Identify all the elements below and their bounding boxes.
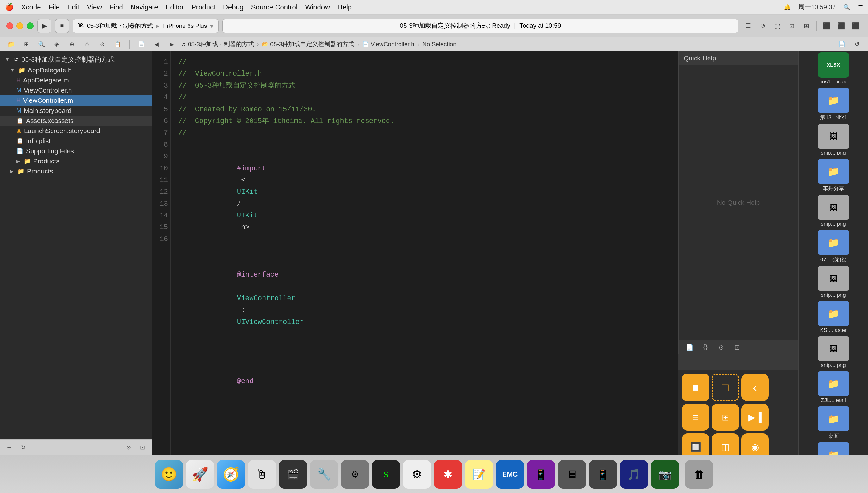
dock-app3[interactable]: 📱 <box>589 460 617 489</box>
stop-button[interactable]: ■ <box>55 19 69 33</box>
file-tree-root[interactable]: ▼ 🗂 05-3种加载自定义控制器的方式 <box>0 54 152 65</box>
commit-btn[interactable]: ⊕ <box>66 38 78 50</box>
menu-edit[interactable]: Edit <box>67 3 79 12</box>
obj-back-btn[interactable]: ‹ <box>742 374 769 401</box>
desktop-item-folder5[interactable]: 📁 ZJL....etail <box>799 370 868 405</box>
desktop-item-img4[interactable]: 🖼 snip....png <box>799 335 868 370</box>
dock-safari[interactable]: 🧭 <box>217 460 245 489</box>
breadcrumb-root[interactable]: 🗂 05-3种加载・制器的方式 <box>181 40 254 48</box>
menu-find[interactable]: Find <box>109 3 123 12</box>
navigator-toggle[interactable]: ☰ <box>742 20 754 32</box>
apple-menu[interactable]: 🍎 <box>5 3 14 12</box>
file-tree-group[interactable]: ▼ 📁 AppDelegate.h <box>0 65 152 75</box>
obj-toolbar-btn[interactable]: 🔲 <box>682 433 709 455</box>
menu-debug[interactable]: Debug <box>223 3 244 12</box>
menu-source-control[interactable]: Source Control <box>251 3 298 12</box>
dock-app1[interactable]: 📱 <box>527 460 555 489</box>
folder-icon-btn[interactable]: 📁 <box>5 38 17 50</box>
desktop-item-img3[interactable]: 🖼 snip....png <box>799 264 868 300</box>
desktop-item-folder3[interactable]: 📁 07....(优化) <box>799 229 868 264</box>
file-assets[interactable]: ◉ LaunchScreen.storyboard <box>0 126 152 136</box>
dock-app2[interactable]: 🖥 <box>558 460 586 489</box>
refresh-btn[interactable]: ↺ <box>851 38 863 50</box>
desktop-item-img1[interactable]: 🖼 snip....png <box>799 122 868 157</box>
dock-emc[interactable]: EMC <box>496 460 524 489</box>
obj-list-btn[interactable]: ≡ <box>682 404 709 431</box>
dock-mouse[interactable]: 🖱 <box>248 460 276 489</box>
file-main-storyboard[interactable]: 📋 Assets.xcassets <box>0 116 152 126</box>
hide-bottom[interactable]: ⬛ <box>835 20 847 32</box>
file-info-plist[interactable]: 📄 Supporting Files <box>0 146 152 156</box>
dock-app4[interactable]: 🎵 <box>620 460 648 489</box>
add-file-button[interactable]: ＋ <box>4 442 15 453</box>
dock-mindnode[interactable]: ✱ <box>434 460 462 489</box>
desktop-item-folder1[interactable]: 📁 第13...业准 <box>799 86 868 122</box>
menu-file[interactable]: File <box>48 3 59 12</box>
close-button[interactable] <box>6 22 13 29</box>
assistant-editor[interactable]: ⊡ <box>786 20 798 32</box>
breadcrumb-group[interactable]: 📂 05-3种加载自定义控制器的方式 <box>262 40 354 48</box>
obj-nav-btn[interactable]: ◫ <box>712 433 739 455</box>
qh-code-icon[interactable]: {} <box>700 341 711 353</box>
report-btn[interactable]: 📋 <box>112 38 123 50</box>
desktop-item-folder2[interactable]: 📁 车丹分享 <box>799 157 868 193</box>
add-editor-btn[interactable]: 📄 <box>836 38 848 50</box>
dock-instruments[interactable]: ⚙ <box>341 460 369 489</box>
minimize-button[interactable] <box>17 22 23 29</box>
history-btn[interactable]: ⊡ <box>137 442 148 453</box>
editor-file-icon[interactable]: 📄 <box>135 38 147 50</box>
desktop-item-img2[interactable]: 🖼 snip....png <box>799 193 868 229</box>
navigator-back[interactable]: ↺ <box>756 20 769 32</box>
breadcrumb-file[interactable]: 📄 ViewController.h <box>363 41 415 48</box>
menu-product[interactable]: Product <box>191 3 216 12</box>
dock-launchpad[interactable]: 🚀 <box>186 460 214 489</box>
breadcrumb-symbol[interactable]: No Selection <box>422 41 457 48</box>
file-appdelegate-h[interactable]: H AppDelegate.m <box>0 75 152 85</box>
obj-media-btn[interactable]: ▶▐ <box>742 404 769 431</box>
desktop-item-folder4[interactable]: 📁 KSI....aster <box>799 300 868 335</box>
file-supporting-files[interactable]: ▶ 📁 Products <box>0 156 152 166</box>
menu-window[interactable]: Window <box>305 3 330 12</box>
maximize-button[interactable] <box>26 22 34 29</box>
menu-navigate[interactable]: Navigate <box>130 3 158 12</box>
obj-view-btn[interactable]: ■ <box>682 374 709 401</box>
version-editor[interactable]: ⊞ <box>800 20 812 32</box>
desktop-item-cmd-folder[interactable]: 📁 命...件夹 <box>799 441 868 455</box>
desktop-item-desktop[interactable]: 📁 桌面 <box>799 405 868 441</box>
dock-app5[interactable]: 📷 <box>651 460 679 489</box>
qh-history-icon[interactable]: ⊡ <box>731 341 743 353</box>
search-btn[interactable]: 🔍 <box>36 38 47 50</box>
dock-trash[interactable]: 🗑 <box>685 460 713 489</box>
menu-view[interactable]: View <box>87 3 102 12</box>
desktop-item-xlsx[interactable]: XLSX ios1....xlsx <box>799 51 868 86</box>
menu-xcode[interactable]: Xcode <box>21 3 41 12</box>
file-products[interactable]: ▶ 📁 Products <box>0 166 152 176</box>
nav-back[interactable]: ◀ <box>150 38 163 50</box>
editor-content[interactable]: 1 2 3 4 5 6 7 8 9 10 11 12 13 14 <box>152 51 678 455</box>
file-launch-storyboard[interactable]: 📋 Info.plist <box>0 136 152 146</box>
qh-obj-icon[interactable]: ⊙ <box>715 341 727 353</box>
scheme-selector[interactable]: 🏗 05-3种加载・制器的方式 ▸ | iPhone 6s Plus ▾ <box>73 19 219 33</box>
diff-btn[interactable]: ◈ <box>51 38 63 50</box>
run-button[interactable]: ▶ <box>37 19 51 33</box>
dock-terminal[interactable]: $ <box>372 460 400 489</box>
nav-forward[interactable]: ▶ <box>166 38 178 50</box>
recent-files-btn[interactable]: ⊙ <box>123 442 134 453</box>
menu-editor[interactable]: Editor <box>166 3 184 12</box>
file-appdelegate-m[interactable]: M ViewController.h <box>0 85 152 95</box>
menu-help[interactable]: Help <box>338 3 352 12</box>
dock-system-prefs[interactable]: ⚙ <box>403 460 431 489</box>
breakpoints-btn[interactable]: ⊘ <box>96 38 108 50</box>
hide-right[interactable]: ⬛ <box>850 20 862 32</box>
dock-dvd[interactable]: 🎬 <box>279 460 307 489</box>
qh-file-icon[interactable]: 📄 <box>684 341 695 353</box>
hide-left[interactable]: ⬛ <box>821 20 832 32</box>
view-toggle[interactable]: ⬚ <box>771 20 783 32</box>
dock-finder[interactable]: 🙂 <box>155 460 183 489</box>
obj-grid-btn[interactable]: ⊞ <box>712 404 739 431</box>
issues-btn[interactable]: ⚠ <box>81 38 93 50</box>
obj-camera-btn[interactable]: ◉ <box>742 433 769 455</box>
dock-tools[interactable]: 🔧 <box>310 460 338 489</box>
code-content[interactable]: // // ViewController.h // 05-3种加载自定义控制器的… <box>171 51 678 455</box>
obj-dashed-btn[interactable]: □ <box>712 374 739 401</box>
